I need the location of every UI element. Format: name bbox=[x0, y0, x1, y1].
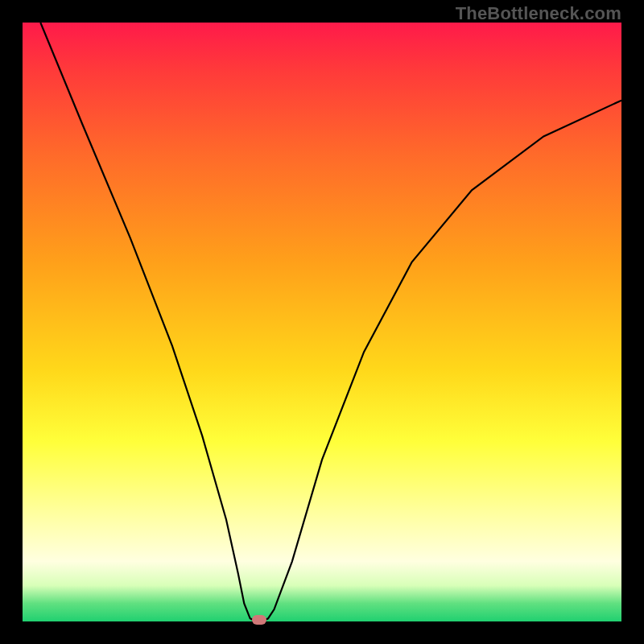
chart-plot-area bbox=[23, 23, 621, 621]
attribution-text: TheBottleneck.com bbox=[456, 3, 621, 24]
optimal-point-marker bbox=[252, 615, 266, 625]
bottleneck-curve bbox=[23, 23, 621, 621]
